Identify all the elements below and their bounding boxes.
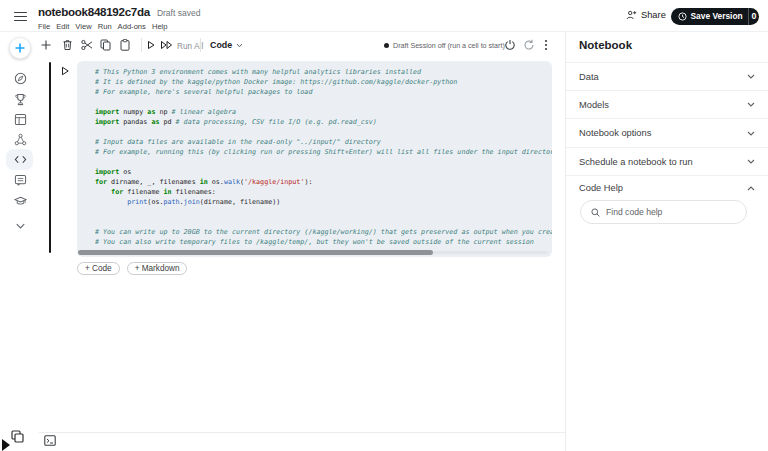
panel-title: Notebook bbox=[579, 39, 632, 51]
cell-hscrollbar-thumb[interactable] bbox=[78, 250, 433, 255]
code-editor[interactable]: # This Python 3 environment comes with m… bbox=[95, 67, 552, 247]
notebook-title-row: notebook848192c7da Draft saved bbox=[38, 5, 200, 18]
menubar: FileEditViewRunAdd-onsHelp bbox=[38, 22, 168, 31]
cell-run-button[interactable] bbox=[60, 66, 70, 76]
save-version-button[interactable]: Save Version 0 bbox=[671, 8, 759, 26]
session-status-text: Draft Session off (run a cell to start) bbox=[393, 41, 505, 50]
app-header: notebook848192c7da Draft saved FileEditV… bbox=[0, 0, 768, 32]
section-models[interactable]: Models bbox=[566, 90, 768, 118]
discussions-icon[interactable] bbox=[14, 174, 27, 187]
notebook-title[interactable]: notebook848192c7da bbox=[38, 5, 150, 18]
menu-view[interactable]: View bbox=[75, 22, 91, 31]
chevron-down-icon bbox=[747, 102, 755, 107]
session-status-dot bbox=[384, 43, 389, 48]
chevron-down-icon bbox=[747, 131, 755, 136]
menu-icon[interactable] bbox=[14, 12, 27, 21]
add-cell-row: + Code + Markdown bbox=[77, 262, 187, 275]
share-button[interactable]: Share bbox=[626, 10, 666, 20]
mouse-cursor bbox=[0, 427, 28, 451]
chevron-up-icon bbox=[747, 186, 755, 191]
learn-icon[interactable] bbox=[14, 195, 27, 208]
add-cell-icon[interactable] bbox=[40, 39, 52, 51]
save-version-label: Save Version bbox=[691, 11, 743, 21]
code-cell[interactable]: # This Python 3 environment comes with m… bbox=[77, 61, 552, 257]
more-options-icon[interactable] bbox=[544, 39, 548, 51]
section-schedule[interactable]: Schedule a notebook to run bbox=[566, 147, 768, 175]
history-icon bbox=[678, 12, 687, 21]
chevron-down-icon bbox=[747, 74, 755, 79]
chevron-down-icon bbox=[747, 159, 755, 164]
create-button[interactable] bbox=[9, 37, 31, 59]
notebook-toolbar: Run All Code Draft Session off (run a ce… bbox=[40, 32, 565, 58]
add-code-button[interactable]: + Code bbox=[77, 262, 120, 275]
toolbar-separator-1 bbox=[141, 38, 142, 52]
explore-icon[interactable] bbox=[14, 72, 27, 85]
share-label: Share bbox=[641, 10, 666, 20]
draft-saved-status: Draft saved bbox=[157, 8, 200, 18]
menu-run[interactable]: Run bbox=[98, 22, 112, 31]
paste-cell-icon[interactable] bbox=[120, 39, 130, 51]
section-notebook-options[interactable]: Notebook options bbox=[566, 118, 768, 147]
search-placeholder: Find code help bbox=[606, 207, 662, 217]
console-icon[interactable] bbox=[44, 435, 56, 446]
run-cell-icon[interactable] bbox=[146, 40, 156, 50]
add-markdown-button[interactable]: + Markdown bbox=[127, 262, 188, 275]
run-all-icon[interactable] bbox=[160, 40, 173, 50]
share-icon bbox=[626, 10, 637, 20]
plus-icon bbox=[14, 42, 26, 54]
power-icon[interactable] bbox=[504, 39, 516, 51]
cell-focus-indicator bbox=[49, 62, 52, 253]
delete-cell-icon[interactable] bbox=[62, 39, 73, 51]
cell-hscrollbar-track[interactable] bbox=[433, 251, 548, 254]
console-divider bbox=[39, 432, 565, 433]
menu-help[interactable]: Help bbox=[152, 22, 168, 31]
menu-add-ons[interactable]: Add-ons bbox=[118, 22, 146, 31]
cell-type-dropdown[interactable]: Code bbox=[210, 40, 232, 50]
menu-file[interactable]: File bbox=[38, 22, 50, 31]
right-panel: Notebook Data Models Notebook options Sc… bbox=[565, 32, 768, 451]
kaggle-notebook-app: notebook848192c7da Draft saved FileEditV… bbox=[0, 0, 768, 451]
section-code-help[interactable]: Code Help bbox=[566, 175, 768, 200]
search-icon bbox=[591, 208, 600, 217]
code-icon[interactable] bbox=[14, 153, 27, 166]
section-data[interactable]: Data bbox=[566, 62, 768, 90]
competitions-icon[interactable] bbox=[14, 93, 27, 106]
version-count[interactable]: 0 bbox=[749, 11, 759, 21]
menu-edit[interactable]: Edit bbox=[56, 22, 69, 31]
left-sidebar bbox=[0, 32, 40, 451]
chevron-down-icon[interactable] bbox=[236, 43, 243, 48]
models-icon[interactable] bbox=[14, 133, 27, 146]
cut-cell-icon[interactable] bbox=[81, 39, 93, 51]
restart-icon[interactable] bbox=[523, 39, 535, 51]
datasets-icon[interactable] bbox=[14, 113, 27, 126]
code-help-search[interactable]: Find code help bbox=[580, 200, 747, 224]
copy-cell-icon[interactable] bbox=[100, 39, 111, 51]
toolbar-separator-2 bbox=[200, 38, 201, 52]
more-chevron-icon[interactable] bbox=[14, 222, 27, 230]
